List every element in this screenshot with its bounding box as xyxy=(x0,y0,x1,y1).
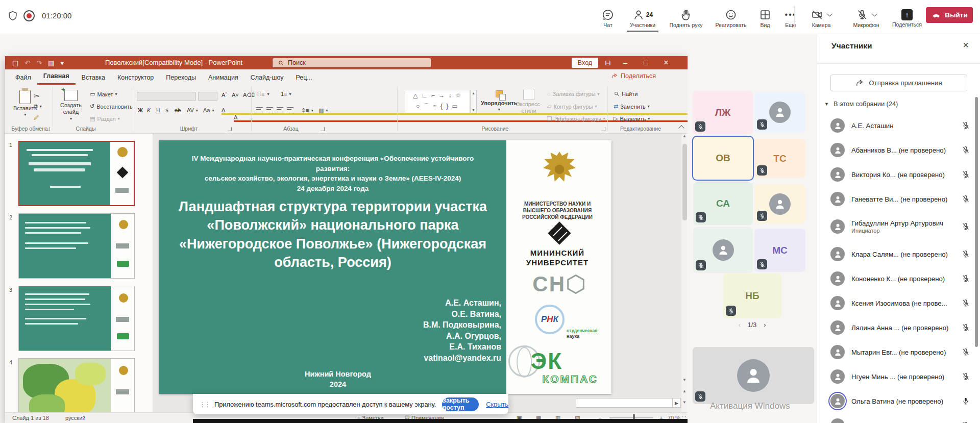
hide-banner-link[interactable]: Скрыть xyxy=(486,401,508,408)
participant-mic-icon[interactable] xyxy=(960,421,970,423)
font-size-combo[interactable] xyxy=(198,92,217,101)
underline-button[interactable]: Ч xyxy=(156,107,160,113)
shape-fill-button[interactable]: ◌ Заливка фигуры ▾ xyxy=(547,91,600,97)
slide-thumbnail-4[interactable] xyxy=(18,358,135,412)
slide-canvas[interactable]: МИНИСТЕРСТВО НАУКИ И ВЫСШЕГО ОБРАЗОВАНИЯ… xyxy=(159,140,611,394)
redo-icon[interactable]: ↷ xyxy=(36,59,42,67)
zoom-slider[interactable] xyxy=(609,417,653,418)
ppt-tab-3[interactable]: Конструктор xyxy=(111,71,160,85)
participant-row[interactable]: Виктория Ко... (не проверено) xyxy=(817,162,980,187)
restore-button[interactable] xyxy=(637,56,654,69)
slide-thumbnail-3[interactable] xyxy=(18,286,135,351)
save-icon[interactable]: ▤ xyxy=(12,59,18,67)
qat-customize-chevron-icon[interactable]: ▾ xyxy=(60,59,64,67)
participant-mic-icon[interactable] xyxy=(960,194,970,204)
raise-hand-button[interactable]: Поднять руку xyxy=(663,4,709,33)
microphone-button[interactable]: Микрофон xyxy=(842,4,890,33)
ppt-share-button[interactable]: Поделиться xyxy=(611,72,656,80)
ppt-search-box[interactable]: Поиск xyxy=(272,58,431,68)
minimize-button[interactable]: – xyxy=(617,56,634,69)
camera-button[interactable]: Камера xyxy=(800,4,842,33)
participant-row[interactable]: Ксения Изосимова (не прове... xyxy=(817,291,980,315)
video-tile-ЛЖ[interactable]: ЛЖ xyxy=(693,91,753,134)
participant-row[interactable]: Гибадуллин Артур Артурович Инициатор xyxy=(817,211,980,242)
participants-button[interactable]: 24 Участники xyxy=(623,4,663,33)
reset-button[interactable]: ↺ Восстановить xyxy=(90,103,133,110)
participant-mic-icon[interactable] xyxy=(960,274,970,283)
close-button[interactable]: × xyxy=(657,56,675,69)
grow-font-button[interactable]: Aˆ xyxy=(222,92,227,98)
in-meeting-section-header[interactable]: ▼ В этом собрании (24) xyxy=(824,100,898,108)
text-shadow-button[interactable]: S xyxy=(165,107,168,113)
italic-button[interactable]: К xyxy=(147,107,150,113)
new-slide-button[interactable]: Создать слайд▾ xyxy=(56,90,86,121)
ppt-tab-1[interactable]: Главная xyxy=(37,69,76,85)
slide-horizontal-scrollbar[interactable]: ▶ xyxy=(576,398,681,408)
participant-mic-icon[interactable] xyxy=(960,396,970,406)
copy-button[interactable]: ⧉ ▾ xyxy=(34,103,42,110)
justify-button[interactable] xyxy=(287,107,293,112)
participant-row[interactable]: Ганеватте Ви... (не проверено) xyxy=(817,187,980,211)
participant-row[interactable]: Нгуен Минь ... (не проверено) xyxy=(817,364,980,389)
replace-button[interactable]: ⇄ Заменить ▾ xyxy=(614,103,650,110)
change-case-button[interactable]: Aa▾ xyxy=(203,107,214,113)
char-spacing-button[interactable]: AV▾ xyxy=(187,107,198,113)
language-indicator[interactable]: русский xyxy=(65,415,85,421)
start-slideshow-icon[interactable]: ▦ xyxy=(48,59,54,67)
video-tile-ОВ[interactable]: ОВ xyxy=(693,137,753,180)
page-next-icon[interactable]: › xyxy=(764,321,766,329)
clipboard-dialog-launcher-icon[interactable] xyxy=(46,127,50,131)
ribbon-display-options-button[interactable]: ⊟ xyxy=(599,56,617,69)
align-right-button[interactable] xyxy=(277,107,283,112)
hscroll-right-arrow-icon[interactable]: ▶ xyxy=(672,399,680,407)
numbering-button[interactable]: 1≡▾ xyxy=(281,91,291,97)
video-tile-СА[interactable]: СА xyxy=(693,182,753,225)
section-button[interactable]: ▤ Раздел ▾ xyxy=(90,115,120,122)
ppt-tab-6[interactable]: Слайд-шоу xyxy=(244,71,290,85)
video-tile-ТС[interactable]: ТС xyxy=(754,139,805,178)
participant-mic-icon[interactable] xyxy=(960,372,970,381)
ppt-signin-button[interactable]: Вход xyxy=(572,58,598,68)
mic-dropdown-chevron-icon[interactable] xyxy=(872,12,877,17)
align-left-button[interactable] xyxy=(256,107,263,112)
quick-styles-button[interactable]: Экспресс-стили xyxy=(516,89,542,114)
undo-icon[interactable]: ↶ xyxy=(24,59,30,67)
participant-mic-icon[interactable] xyxy=(960,250,970,259)
participant-mic-icon[interactable] xyxy=(960,347,970,357)
arrange-button[interactable]: Упорядочить▾ xyxy=(481,89,518,112)
participant-mic-icon[interactable] xyxy=(960,145,970,155)
shape-outline-button[interactable]: ▱ Контур фигуры ▾ xyxy=(547,103,597,110)
page-prev-icon[interactable]: ‹ xyxy=(739,321,741,329)
participant-mic-icon[interactable] xyxy=(960,222,970,231)
leave-button[interactable]: Выйти xyxy=(926,7,973,23)
chat-button[interactable]: Чат xyxy=(593,4,623,33)
line-spacing-button[interactable]: ⇕≡▾ xyxy=(301,107,313,114)
video-tile-guest[interactable] xyxy=(754,92,805,132)
participant-mic-icon[interactable] xyxy=(960,323,970,332)
participant-row[interactable]: Лялина Анна ... (не проверено) xyxy=(817,315,980,340)
paragraph-dialog-launcher-icon[interactable] xyxy=(321,127,325,131)
more-button[interactable]: ••• Еще xyxy=(778,4,803,33)
ppt-tab-5[interactable]: Анимация xyxy=(202,71,244,85)
send-invite-button[interactable]: Отправка приглашения xyxy=(830,74,967,91)
share-screen-button[interactable]: ↑ Поделиться xyxy=(890,4,924,33)
drawing-dialog-launcher-icon[interactable] xyxy=(601,127,605,131)
ppt-tab-2[interactable]: Вставка xyxy=(76,71,111,85)
participant-row[interactable]: Клара Салям... (не проверено) xyxy=(817,242,980,266)
font-name-combo[interactable] xyxy=(137,92,196,101)
layout-button[interactable]: ▭ Макет ▾ xyxy=(90,91,117,97)
format-painter-button[interactable]: 🖉 xyxy=(34,114,39,120)
participant-row[interactable]: А.Е. Асташин xyxy=(817,113,980,138)
participant-mic-icon[interactable] xyxy=(960,121,970,130)
stop-sharing-button[interactable]: Закрыть доступ xyxy=(442,397,479,411)
video-tile-guest[interactable] xyxy=(693,227,753,273)
camera-dropdown-chevron-icon[interactable] xyxy=(827,12,832,17)
shapes-gallery[interactable]: △ ∟ ⌐ → ↓ ☆ ○ ⌒ ≈ { } ▭ xyxy=(405,90,470,113)
participant-row[interactable]: Ольга Ватина (не проверено) xyxy=(817,389,980,413)
ppt-tab-0[interactable]: Файл xyxy=(9,71,37,85)
bullets-button[interactable]: ∷≡▾ xyxy=(257,91,269,97)
clear-formatting-button[interactable]: A⌫ xyxy=(243,92,255,98)
align-center-button[interactable] xyxy=(266,107,273,112)
participant-mic-icon[interactable] xyxy=(960,170,970,179)
shrink-font-button[interactable]: A˅ xyxy=(232,92,239,98)
